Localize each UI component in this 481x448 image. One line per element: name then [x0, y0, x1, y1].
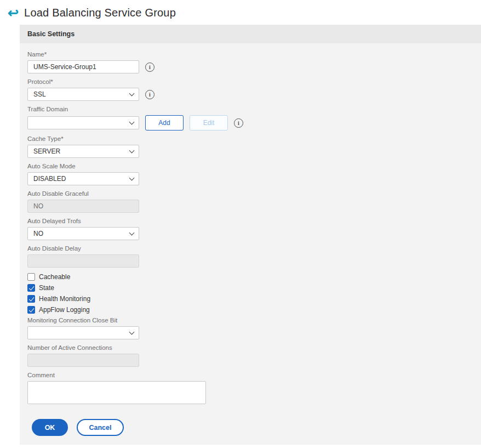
add-button[interactable]: Add [145, 115, 184, 131]
checkbox-icon[interactable] [27, 306, 35, 314]
chevron-down-icon [129, 230, 135, 236]
name-input[interactable] [27, 60, 139, 73]
info-icon[interactable]: i [145, 90, 154, 99]
cache-type-selected-value: SERVER [33, 148, 60, 155]
cache-type-field-group: Cache Type* SERVER [27, 135, 473, 158]
auto-disable-delay-field-group: Auto Disable Delay [27, 245, 473, 268]
panel-header: Basic Settings [20, 25, 481, 43]
action-bar: OK Cancel [27, 411, 473, 445]
protocol-select[interactable]: SSL [27, 88, 139, 101]
checkbox-icon[interactable] [27, 273, 35, 281]
auto-disable-delay-label: Auto Disable Delay [27, 245, 473, 252]
back-arrow-icon[interactable]: ↩ [8, 8, 19, 19]
appflow-logging-checkbox-row[interactable]: AppFlow Logging [27, 306, 473, 314]
protocol-field-group: Protocol* SSL i [27, 78, 473, 101]
name-field-group: Name* i [27, 51, 473, 73]
cache-type-select[interactable]: SERVER [27, 145, 139, 158]
auto-disable-graceful-input: NO [27, 200, 139, 213]
info-icon[interactable]: i [145, 63, 154, 72]
number-of-active-connections-label: Number of Active Connections [27, 344, 473, 351]
auto-disable-delay-input [27, 254, 139, 268]
traffic-domain-select[interactable] [27, 116, 139, 129]
ok-button[interactable]: OK [32, 419, 68, 436]
page-header: ↩ Load Balancing Service Group [0, 0, 481, 25]
cancel-button[interactable]: Cancel [77, 419, 124, 436]
state-checkbox-label: State [39, 284, 54, 292]
health-monitoring-checkbox-label: Health Monitoring [39, 295, 90, 303]
checkbox-group: Cacheable State Health Monitoring AppFlo… [27, 273, 473, 314]
auto-scale-mode-selected-value: DISABLED [33, 175, 66, 183]
chevron-down-icon [129, 120, 135, 125]
comment-input[interactable] [27, 381, 206, 404]
auto-scale-mode-select[interactable]: DISABLED [27, 172, 139, 185]
auto-disable-graceful-field-group: Auto Disable Graceful NO [27, 190, 473, 213]
auto-disable-graceful-label: Auto Disable Graceful [27, 190, 473, 197]
number-of-active-connections-field-group: Number of Active Connections [27, 344, 473, 367]
comment-field-group: Comment [27, 372, 473, 406]
number-of-active-connections-input [27, 354, 139, 367]
traffic-domain-field-group: Traffic Domain Add Edit i [27, 106, 473, 131]
cache-type-label: Cache Type* [27, 135, 473, 142]
chevron-down-icon [129, 148, 135, 154]
chevron-down-icon [129, 175, 135, 181]
auto-delayed-trofs-select[interactable]: NO [27, 227, 139, 240]
chevron-down-icon [129, 330, 135, 335]
comment-label: Comment [27, 372, 473, 378]
protocol-selected-value: SSL [33, 90, 46, 98]
appflow-logging-checkbox-label: AppFlow Logging [39, 306, 90, 314]
protocol-label: Protocol* [27, 78, 473, 85]
auto-delayed-trofs-field-group: Auto Delayed Trofs NO [27, 218, 473, 240]
basic-settings-panel: Basic Settings Name* i Protocol* SSL i T… [20, 25, 481, 445]
auto-scale-mode-label: Auto Scale Mode [27, 163, 473, 169]
traffic-domain-label: Traffic Domain [27, 106, 473, 112]
monitoring-connection-close-bit-field-group: Monitoring Connection Close Bit [27, 317, 473, 339]
auto-delayed-trofs-label: Auto Delayed Trofs [27, 218, 473, 224]
cacheable-checkbox-label: Cacheable [39, 273, 70, 281]
auto-scale-mode-field-group: Auto Scale Mode DISABLED [27, 163, 473, 185]
state-checkbox-row[interactable]: State [27, 284, 473, 292]
page-title: Load Balancing Service Group [24, 7, 176, 19]
health-monitoring-checkbox-row[interactable]: Health Monitoring [27, 295, 473, 303]
info-icon[interactable]: i [234, 118, 243, 128]
monitoring-connection-close-bit-label: Monitoring Connection Close Bit [27, 317, 473, 324]
chevron-down-icon [129, 91, 135, 97]
checkbox-icon[interactable] [27, 295, 35, 303]
panel-body: Name* i Protocol* SSL i Traffic Domain [20, 43, 481, 445]
name-label: Name* [27, 51, 473, 58]
monitoring-connection-close-bit-select[interactable] [27, 326, 139, 339]
checkbox-icon[interactable] [27, 284, 35, 292]
auto-delayed-trofs-selected-value: NO [33, 230, 43, 237]
edit-button[interactable]: Edit [190, 115, 228, 131]
cacheable-checkbox-row[interactable]: Cacheable [27, 273, 473, 281]
